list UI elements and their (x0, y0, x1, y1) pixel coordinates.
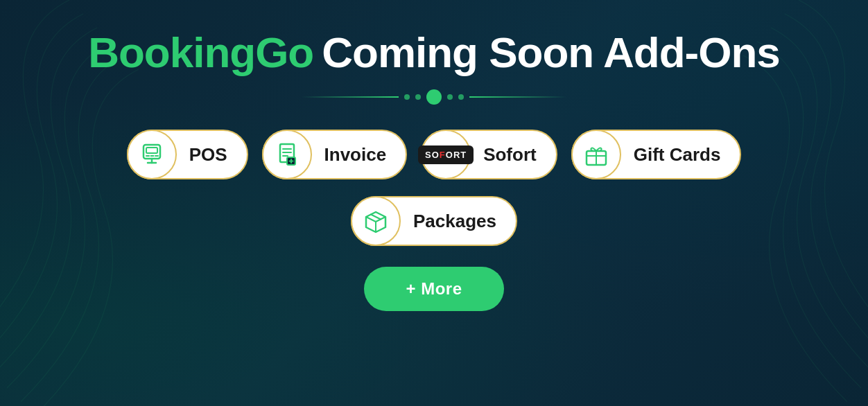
sofort-icon-circle: SOFORT (421, 130, 471, 179)
pill-gift-cards[interactable]: Gift Cards (571, 130, 742, 179)
dot-center (426, 89, 442, 105)
packages-icon-circle (351, 196, 401, 246)
sofort-icon: SOFORT (418, 145, 474, 164)
dots-row (302, 89, 566, 105)
gift-cards-icon-circle (571, 130, 621, 179)
dot-4 (458, 94, 464, 100)
packages-icon (363, 208, 389, 234)
more-button[interactable]: + More (364, 267, 503, 311)
pill-sofort[interactable]: SOFORT Sofort (421, 130, 557, 179)
dot-1 (404, 94, 410, 100)
dot-3 (447, 94, 453, 100)
sofort-label: Sofort (471, 144, 537, 166)
gift-cards-icon (583, 141, 609, 168)
invoice-icon-circle (262, 130, 312, 179)
page-title: Coming Soon Add-Ons (322, 28, 780, 77)
line-right (469, 96, 566, 98)
invoice-label: Invoice (312, 144, 387, 166)
svg-line-17 (366, 217, 376, 222)
pill-packages[interactable]: Packages (351, 196, 517, 246)
pills-row-1: POS Invoice SOFORT (127, 130, 742, 179)
line-left (302, 96, 399, 98)
dot-2 (415, 94, 421, 100)
pos-icon-circle (127, 130, 177, 179)
svg-rect-1 (146, 148, 157, 153)
pill-invoice[interactable]: Invoice (262, 130, 408, 179)
brand-name: BookingGo (88, 28, 313, 77)
pills-row-2: Packages (351, 196, 517, 246)
pill-pos[interactable]: POS (127, 130, 248, 179)
svg-line-20 (371, 215, 381, 220)
main-container: BookingGo Coming Soon Add-Ons (0, 0, 868, 406)
packages-label: Packages (401, 211, 496, 232)
title-row: BookingGo Coming Soon Add-Ons (88, 28, 780, 77)
pos-label: POS (177, 144, 227, 166)
pos-icon (139, 142, 164, 167)
gift-cards-label: Gift Cards (621, 144, 721, 166)
invoice-icon (275, 142, 300, 167)
